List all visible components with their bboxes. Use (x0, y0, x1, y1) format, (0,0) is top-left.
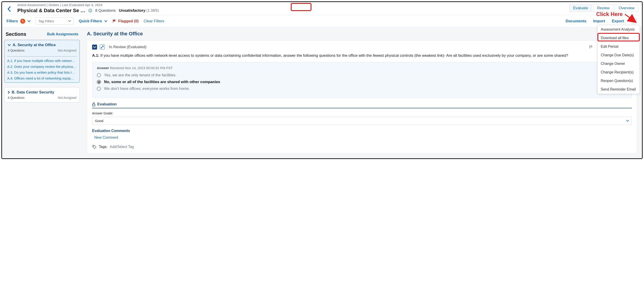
clear-filters[interactable]: Clear Filters (144, 19, 164, 24)
menu-item-change-recipients[interactable]: Change Recipient(s) (598, 68, 640, 76)
svg-point-17 (94, 146, 94, 146)
content-heading: A. Security at the Office (87, 31, 637, 37)
tab-overview[interactable]: Overview (615, 4, 638, 12)
question-status: In Review (Evaluated) (108, 45, 146, 49)
section-question-link[interactable]: A.2. Does your company review the physic… (7, 65, 77, 68)
sections-heading: Sections (6, 31, 26, 37)
section-question-link[interactable]: A.3. Do you have a written policy that l… (7, 70, 77, 74)
answer-box: Answer Received Nov 14, 2023 05:00:52 PM… (92, 62, 632, 98)
chevron-down-icon (28, 20, 30, 22)
menu-item-download-all-files[interactable]: Download all files (598, 34, 640, 42)
flag-icon (112, 19, 116, 23)
tag-icon (92, 144, 96, 149)
chevron-down-icon (626, 120, 629, 122)
quick-filters[interactable]: Quick Filters (79, 19, 108, 24)
section-qcount: 4 Questions (8, 96, 24, 100)
section-card-a[interactable]: A. Security at the Office 4 Questions No… (4, 40, 80, 83)
section-assigned: Not Assigned (58, 96, 76, 100)
back-button[interactable] (4, 3, 15, 12)
tags-label: Tags: (99, 145, 108, 149)
chevron-left-icon (7, 6, 11, 12)
expand-icon (101, 46, 104, 49)
evaluation-comments-heading: Evaluation Comments (92, 129, 632, 133)
question-text: A.1: If you have multiple offices with n… (92, 53, 632, 58)
menu-item-reopen-questions[interactable]: Reopen Question(s) (598, 76, 640, 85)
section-title: A. Security at the Office (12, 43, 56, 47)
new-comment-link[interactable]: New Comment (92, 136, 118, 140)
svg-rect-2 (90, 10, 90, 12)
breadcrumb: Active Assessment | Globex | Last Evalua… (17, 3, 159, 7)
more-horizontal-icon (632, 20, 636, 22)
svg-point-3 (632, 20, 633, 22)
answer-option: We don't have offices; everyone works fr… (97, 86, 627, 91)
answer-received: Received Nov 14, 2023 05:00:52 PM PST (110, 66, 173, 70)
flagged-filter[interactable]: Flagged (0) (112, 19, 139, 24)
rating-value: (1.38/5) (146, 8, 159, 12)
menu-item-edit-period[interactable]: Edit Period (598, 42, 640, 51)
section-card-b[interactable]: B. Data Center Security 4 Questions Not … (4, 87, 80, 102)
tab-review[interactable]: Review (593, 4, 614, 12)
svg-point-5 (635, 20, 636, 22)
filters-count-badge: 1 (20, 19, 25, 24)
overflow-menu: Assessment Analysis Download all files E… (598, 25, 640, 94)
question-card: In Review (Evaluated) A.1: If you have m… (87, 40, 637, 153)
menu-item-change-due-dates[interactable]: Change Due Date(s) (598, 51, 640, 60)
section-assigned: Not Assigned (58, 49, 76, 52)
tab-evaluate[interactable]: Evaluate (569, 4, 592, 12)
filters-toggle[interactable]: Filters 1 (6, 19, 30, 24)
menu-item-assessment-analysis[interactable]: Assessment Analysis (598, 25, 640, 34)
import-link[interactable]: Import (593, 19, 605, 24)
documents-link[interactable]: Documents (566, 19, 586, 24)
svg-rect-16 (92, 104, 95, 106)
export-link[interactable]: Export (612, 19, 624, 24)
section-question-link[interactable]: A.1. If you have multiple offices with n… (7, 59, 77, 62)
chevron-down-icon (68, 20, 71, 22)
chevron-down-icon (8, 44, 11, 46)
bulk-assignments-link[interactable]: Bulk Assignments (47, 32, 78, 36)
tag-filters-select[interactable]: Tag Filters (36, 17, 74, 25)
info-icon[interactable] (88, 9, 92, 12)
question-count: 8 Questions (95, 8, 116, 13)
content-area: A. Security at the Office In Review (Eva… (82, 27, 642, 158)
answer-option-selected: No, some or all of the facilities are sh… (97, 80, 627, 84)
flag-icon[interactable] (589, 45, 593, 49)
svg-point-4 (634, 20, 634, 22)
rating-label: Unsatisfactory (119, 8, 146, 12)
sections-sidebar: Sections Bulk Assignments A. Security at… (2, 27, 82, 158)
section-title: B. Data Center Security (12, 90, 54, 94)
menu-item-send-reminder[interactable]: Send Reminder Email (598, 85, 640, 94)
chevron-down-icon (104, 20, 108, 22)
answer-label: Answer (97, 66, 109, 70)
grade-select[interactable]: Good (92, 117, 632, 125)
lock-open-icon (92, 102, 96, 106)
grade-label: Answer Grade: (92, 112, 632, 115)
add-tag[interactable]: Add/Select Tag (110, 145, 134, 149)
svg-point-1 (90, 10, 90, 10)
collapse-button[interactable] (92, 44, 97, 50)
expand-button[interactable] (100, 44, 105, 50)
section-question-link[interactable]: A.4. Offices need a lot of networking eq… (7, 76, 77, 80)
chevron-down-icon (93, 46, 96, 48)
page-title: Physical & Data Center Se … (17, 8, 85, 14)
filter-bar: Filters 1 Tag Filters Quick Filters Flag… (2, 15, 642, 27)
menu-item-change-owner[interactable]: Change Owner (598, 60, 640, 68)
evaluation-heading: Evaluation (92, 102, 632, 108)
more-actions-button[interactable] (631, 18, 638, 24)
chevron-right-icon (8, 91, 10, 94)
page-header: Active Assessment | Globex | Last Evalua… (2, 2, 642, 15)
answer-option: Yes, we are the only tenant of the facil… (97, 73, 627, 78)
section-qcount: 4 Questions (8, 49, 24, 52)
